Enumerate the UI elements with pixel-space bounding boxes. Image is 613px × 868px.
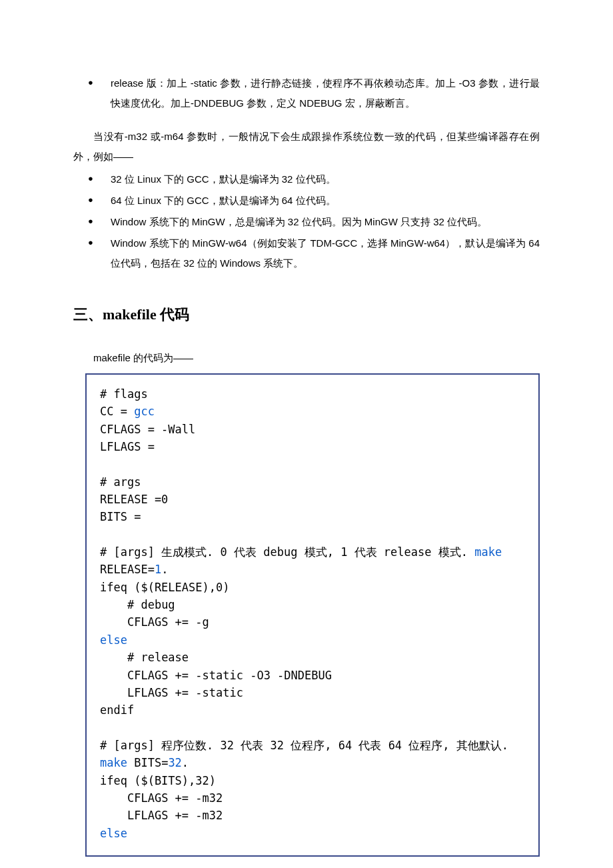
code-line: CC = <box>100 405 134 418</box>
code-line: # release <box>100 651 189 664</box>
code-line: # [args] 程序位数. 32 代表 32 位程序, 64 代表 64 位程… <box>100 739 508 752</box>
code-block: # flags CC = gcc CFLAGS = -Wall LFLAGS =… <box>85 373 540 857</box>
list-item: Window 系统下的 MinGW-w64（例如安装了 TDM-GCC，选择 M… <box>73 233 540 273</box>
document-page: release 版：加上 -static 参数，进行静态链接，使程序不再依赖动态… <box>0 0 613 868</box>
code-line: BITS = <box>100 510 141 523</box>
code-line: CFLAGS += -static -O3 -DNDEBUG <box>100 669 332 682</box>
list-item: release 版：加上 -static 参数，进行静态链接，使程序不再依赖动态… <box>73 73 540 113</box>
code-line: # debug <box>100 598 175 611</box>
compiler-bullet-list: 32 位 Linux 下的 GCC，默认是编译为 32 位代码。 64 位 Li… <box>73 169 540 273</box>
paragraph-intro: 当没有-m32 或-m64 参数时，一般情况下会生成跟操作系统位数一致的代码，但… <box>73 127 540 167</box>
code-line: ifeq ($(RELEASE),0) <box>100 581 229 594</box>
top-bullet-list: release 版：加上 -static 参数，进行静态链接，使程序不再依赖动态… <box>73 73 540 113</box>
code-line: # flags <box>100 387 148 401</box>
code-line: . <box>182 756 189 769</box>
paragraph-code-intro: makefile 的代码为—— <box>73 348 540 368</box>
code-keyword: 1 <box>155 563 161 576</box>
code-line: . <box>161 563 168 576</box>
code-keyword: else <box>100 633 127 647</box>
section-heading: 三、makefile 代码 <box>73 300 540 329</box>
code-keyword: make <box>474 545 502 559</box>
code-line: BITS= <box>127 756 168 769</box>
code-line: CFLAGS += -m32 <box>100 791 223 805</box>
code-keyword: else <box>100 827 127 840</box>
code-keyword: gcc <box>134 405 155 418</box>
code-line: endif <box>100 703 134 717</box>
code-line: ifeq ($(BITS),32) <box>100 774 216 787</box>
list-item: 64 位 Linux 下的 GCC，默认是编译为 64 位代码。 <box>73 191 540 211</box>
list-item: 32 位 Linux 下的 GCC，默认是编译为 32 位代码。 <box>73 169 540 189</box>
code-keyword: 32 <box>168 756 181 769</box>
code-line: CFLAGS += -g <box>100 615 209 629</box>
code-line: RELEASE =0 <box>100 493 168 506</box>
code-line: LFLAGS += -m32 <box>100 809 223 822</box>
list-item: Window 系统下的 MinGW，总是编译为 32 位代码。因为 MinGW … <box>73 212 540 232</box>
code-keyword: make <box>100 756 127 769</box>
code-line: LFLAGS = <box>100 440 155 453</box>
code-line: # args <box>100 475 141 489</box>
code-line: CFLAGS = -Wall <box>100 423 195 436</box>
code-line: # [args] 生成模式. 0 代表 debug 模式, 1 代表 relea… <box>100 545 474 559</box>
code-line: LFLAGS += -static <box>100 686 243 699</box>
code-line: RELEASE= <box>100 563 155 576</box>
